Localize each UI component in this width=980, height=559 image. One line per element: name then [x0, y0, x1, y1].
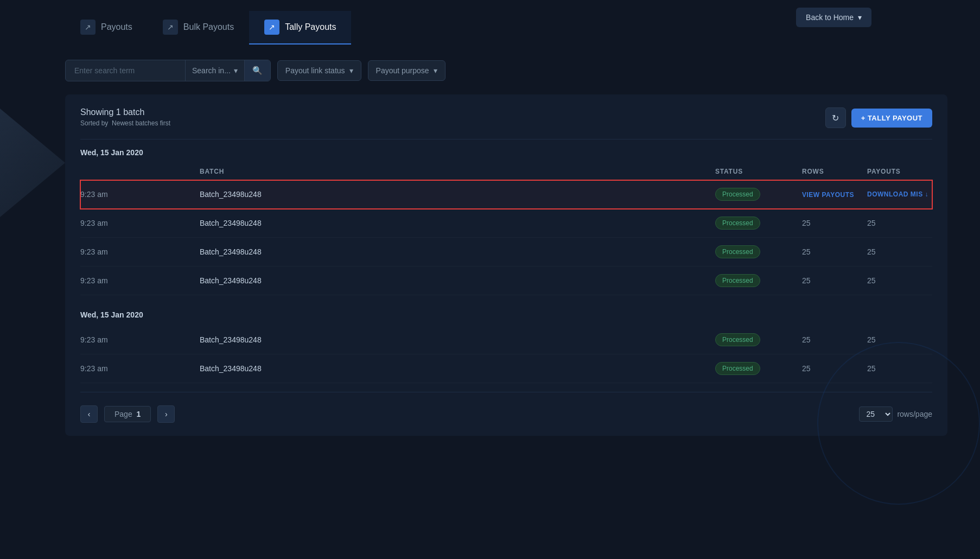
status-badge: Processed [715, 362, 760, 375]
back-to-home-button[interactable]: Back to Home ▾ [796, 8, 871, 27]
back-btn-label: Back to Home [806, 13, 854, 22]
table-cell-status: Processed [715, 333, 802, 346]
table-cell-status: Processed [715, 274, 802, 287]
search-input[interactable] [66, 61, 185, 80]
table-row[interactable]: 9:23 amBatch_23498u248ProcessedVIEW PAYO… [80, 180, 932, 209]
table-row[interactable]: 9:23 amBatch_23498u248Processed2525 [80, 326, 932, 354]
status-badge: Processed [715, 245, 760, 258]
view-payouts-link[interactable]: VIEW PAYOUTS [802, 191, 854, 199]
table-cell-time: 9:23 am [80, 219, 200, 227]
table-cell-rows: 25 [802, 219, 867, 227]
next-icon: › [165, 410, 168, 418]
chevron-down-icon: ▾ [858, 13, 862, 22]
tab-tally-payouts[interactable]: ↗ Tally Payouts [249, 11, 351, 45]
table-cell-rows: 25 [802, 247, 867, 256]
table-cell-payouts[interactable]: DOWNLOAD MIS ↓ [867, 190, 932, 198]
table-cell-time: 9:23 am [80, 247, 200, 256]
table-cell-time: 9:23 am [80, 190, 200, 199]
table-row[interactable]: 9:23 amBatch_23498u248Processed2525 [80, 209, 932, 238]
sorted-by-value: Newest batches first [112, 119, 170, 127]
table-cell-batch: Batch_23498u248 [200, 335, 715, 344]
search-icon: 🔍 [252, 66, 263, 75]
payouts-tab-label: Payouts [101, 22, 132, 32]
table-cell-rows: 25 [802, 276, 867, 285]
table-cell-rows: 25 [802, 335, 867, 344]
bulk-payouts-tab-label: Bulk Payouts [183, 22, 234, 32]
table-cell-time: 9:23 am [80, 276, 200, 285]
search-button[interactable]: 🔍 [244, 60, 270, 81]
prev-icon: ‹ [88, 410, 91, 418]
table-header-batch: BATCH [200, 168, 715, 175]
table-header-payouts: PAYOUTS [867, 168, 932, 175]
table-cell-rows[interactable]: VIEW PAYOUTS [802, 190, 867, 199]
table-cell-status: Processed [715, 217, 802, 230]
search-in-label: Search in... [192, 66, 231, 75]
table-header-status: STATUS [715, 168, 802, 175]
sorted-by-label: Sorted by Newest batches first [80, 119, 170, 127]
search-wrapper: Search in... ▾ 🔍 [65, 60, 271, 81]
page-controls: ‹ Page 1 › [80, 405, 175, 423]
action-buttons: ↻ + TALLY PAYOUT [825, 107, 932, 128]
bg-decoration-right [817, 342, 980, 505]
table-cell-batch: Batch_23498u248 [200, 247, 715, 256]
tally-payout-button[interactable]: + TALLY PAYOUT [851, 109, 932, 128]
status-badge: Processed [715, 188, 760, 201]
table-cell-payouts: 25 [867, 247, 932, 256]
chevron-down-icon: ▾ [349, 66, 353, 75]
status-badge: Processed [715, 274, 760, 287]
table-cell-payouts: 25 [867, 276, 932, 285]
table-cell-time: 9:23 am [80, 335, 200, 344]
status-badge: Processed [715, 333, 760, 346]
next-page-button[interactable]: › [157, 405, 175, 423]
filter-bar: Search in... ▾ 🔍 Payout link status ▾ Pa… [65, 45, 947, 94]
bg-decoration-left [0, 109, 65, 217]
prev-page-button[interactable]: ‹ [80, 405, 98, 423]
date-group-header-1: Wed, 15 Jan 2020 [80, 302, 932, 326]
showing-info-bar: Showing 1 batch Sorted by Newest batches… [80, 107, 932, 128]
pagination: ‹ Page 1 › 25 50 100 rows/page [80, 392, 932, 423]
tally-payouts-tab-label: Tally Payouts [285, 22, 336, 32]
table-row[interactable]: 9:23 amBatch_23498u248Processed2525 [80, 354, 932, 383]
sorted-by-prefix: Sorted by [80, 119, 108, 127]
table-content: Wed, 15 Jan 2020BATCHSTATUSROWSPAYOUTS9:… [80, 139, 932, 383]
table-header-rows: ROWS [802, 168, 867, 175]
page-label: Page [114, 410, 132, 418]
table-header- [80, 168, 200, 175]
table-cell-batch: Batch_23498u248 [200, 190, 715, 199]
table-cell-status: Processed [715, 362, 802, 375]
tally-btn-label: + TALLY PAYOUT [861, 114, 922, 122]
table-row[interactable]: 9:23 amBatch_23498u248Processed2525 [80, 238, 932, 266]
showing-info-text: Showing 1 batch Sorted by Newest batches… [80, 107, 170, 127]
table-cell-time: 9:23 am [80, 364, 200, 373]
refresh-icon: ↻ [832, 113, 839, 123]
chevron-down-icon: ▾ [434, 66, 437, 75]
table-cell-batch: Batch_23498u248 [200, 219, 715, 227]
showing-count: Showing 1 batch [80, 107, 170, 117]
tally-payouts-tab-icon: ↗ [264, 20, 279, 35]
table-cell-status: Processed [715, 188, 802, 201]
purpose-filter-dropdown[interactable]: Payout purpose ▾ [368, 60, 446, 81]
search-in-dropdown[interactable]: Search in... ▾ [186, 61, 244, 80]
status-filter-label: Payout link status [285, 66, 345, 75]
purpose-filter-label: Payout purpose [376, 66, 429, 75]
batch-section: Showing 1 batch Sorted by Newest batches… [65, 94, 947, 436]
tab-payouts[interactable]: ↗ Payouts [65, 11, 148, 45]
status-badge: Processed [715, 217, 760, 230]
download-mis-link[interactable]: DOWNLOAD MIS ↓ [867, 190, 932, 198]
date-group-header-0: Wed, 15 Jan 2020 [80, 139, 932, 163]
page-info: Page 1 [104, 406, 151, 422]
table-row[interactable]: 9:23 amBatch_23498u248Processed2525 [80, 266, 932, 295]
table-cell-status: Processed [715, 245, 802, 258]
table-header-row: BATCHSTATUSROWSPAYOUTS [80, 163, 932, 180]
tab-bulk-payouts[interactable]: ↗ Bulk Payouts [148, 11, 249, 45]
refresh-button[interactable]: ↻ [825, 107, 846, 128]
table-cell-payouts: 25 [867, 219, 932, 227]
table-cell-batch: Batch_23498u248 [200, 364, 715, 373]
bulk-payouts-tab-icon: ↗ [163, 20, 178, 35]
payouts-tab-icon: ↗ [80, 20, 96, 35]
chevron-down-icon: ▾ [234, 66, 238, 75]
page-number: 1 [136, 410, 141, 418]
status-filter-dropdown[interactable]: Payout link status ▾ [277, 60, 361, 81]
main-container: ↗ Payouts ↗ Bulk Payouts ↗ Tally Payouts… [65, 0, 947, 436]
table-cell-batch: Batch_23498u248 [200, 276, 715, 285]
